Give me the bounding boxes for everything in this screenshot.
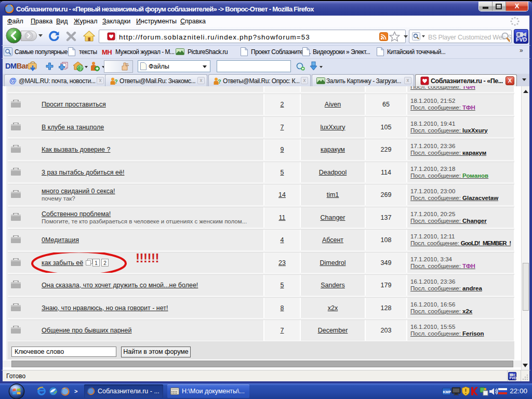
svg-text:?: ? xyxy=(114,78,118,85)
svg-text:?: ? xyxy=(218,78,221,85)
svg-text:KMP: KMP xyxy=(443,390,451,394)
